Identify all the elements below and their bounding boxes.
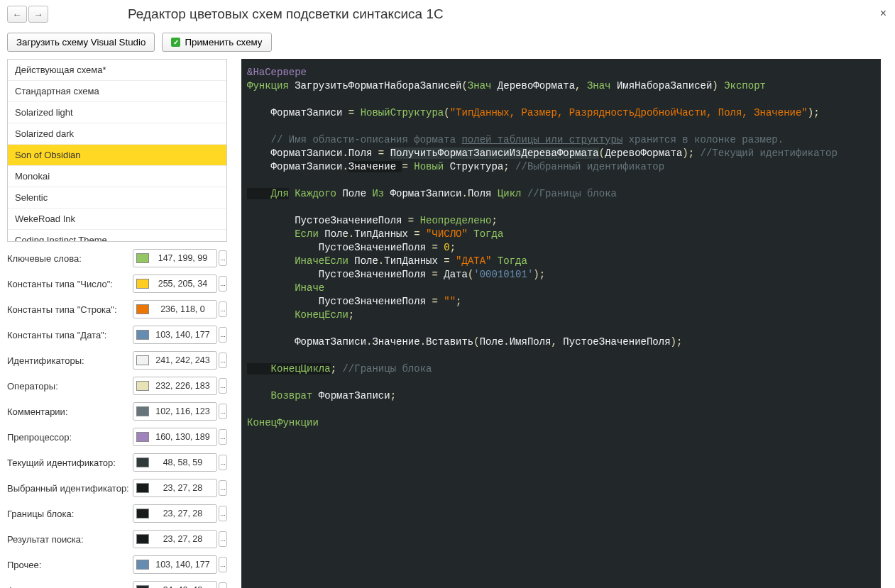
scheme-item[interactable]: Coding Instinct Theme <box>8 230 226 242</box>
color-value: 34, 40, 42 <box>149 585 216 588</box>
color-swatch <box>136 253 149 263</box>
color-value: 241, 242, 243 <box>149 355 216 365</box>
scheme-item[interactable]: Действующая схема* <box>8 60 226 81</box>
scheme-item[interactable]: Monokai <box>8 166 226 187</box>
check-icon: ✓ <box>171 38 180 47</box>
scheme-item[interactable]: Son of Obsidian <box>8 145 226 166</box>
property-label: Константы типа "Строка": <box>7 304 133 315</box>
color-property-row: Константы типа "Число":255, 205, 34... <box>7 274 227 293</box>
color-field[interactable]: 23, 27, 28 <box>133 479 217 497</box>
color-picker-button[interactable]: ... <box>219 327 227 343</box>
color-swatch <box>136 457 149 467</box>
color-field[interactable]: 34, 40, 42 <box>133 581 217 588</box>
color-property-row: Ключевые слова:147, 199, 99... <box>7 249 227 267</box>
color-picker-button[interactable]: ... <box>219 404 227 419</box>
property-label: Выбранный идентификатор: <box>7 483 133 494</box>
color-property-row: Прочее:103, 140, 177... <box>7 555 227 574</box>
toolbar: Загрузить схему Visual Studio ✓ Применит… <box>0 28 895 59</box>
color-value: 48, 58, 59 <box>149 457 216 467</box>
color-property-row: Фон:34, 40, 42... <box>7 581 227 588</box>
scheme-item[interactable]: Solarized light <box>8 102 226 123</box>
color-picker-button[interactable]: ... <box>219 353 227 368</box>
color-field[interactable]: 236, 118, 0 <box>133 300 217 318</box>
color-picker-button[interactable]: ... <box>219 250 227 266</box>
color-property-row: Препроцессор:160, 130, 189... <box>7 428 227 446</box>
color-value: 103, 140, 177 <box>149 330 216 340</box>
forward-button[interactable]: → <box>28 6 48 23</box>
color-value: 160, 130, 189 <box>149 432 216 442</box>
color-picker-button[interactable]: ... <box>219 455 227 470</box>
property-label: Константы типа "Число": <box>7 279 133 289</box>
property-label: Препроцессор: <box>7 432 133 443</box>
color-property-row: Идентификаторы:241, 242, 243... <box>7 351 227 370</box>
color-field[interactable]: 48, 58, 59 <box>133 453 217 472</box>
color-value: 232, 226, 183 <box>149 381 216 391</box>
scheme-item[interactable]: Стандартная схема <box>8 81 226 102</box>
color-value: 103, 140, 177 <box>149 560 216 570</box>
back-button[interactable]: ← <box>7 6 27 23</box>
color-property-row: Границы блока:23, 27, 28... <box>7 504 227 523</box>
editor-scrollbar[interactable] <box>881 59 888 588</box>
color-field[interactable]: 102, 116, 123 <box>133 402 217 421</box>
color-picker-button[interactable]: ... <box>219 378 227 394</box>
property-label: Текущий идентификатор: <box>7 457 133 468</box>
color-swatch <box>136 509 149 518</box>
color-field[interactable]: 241, 242, 243 <box>133 351 217 370</box>
header: ← → Редактор цветовых схем подсветки син… <box>0 0 895 28</box>
color-picker-button[interactable]: ... <box>219 557 227 572</box>
color-picker-button[interactable]: ... <box>219 531 227 547</box>
color-swatch <box>136 534 149 544</box>
color-picker-button[interactable]: ... <box>219 276 227 292</box>
color-value: 23, 27, 28 <box>149 534 216 544</box>
scheme-item[interactable]: Solarized dark <box>8 123 226 145</box>
property-label: Прочее: <box>7 560 133 570</box>
color-swatch <box>136 355 149 365</box>
color-swatch <box>136 432 149 442</box>
scheme-item[interactable]: WekeRoad Ink <box>8 209 226 230</box>
color-field[interactable]: 255, 205, 34 <box>133 274 217 293</box>
color-field[interactable]: 232, 226, 183 <box>133 377 217 395</box>
color-picker-button[interactable]: ... <box>219 582 227 588</box>
code-preview: &НаСервере Функция ЗагрузитьФорматНабора… <box>241 59 881 588</box>
color-property-row: Выбранный идентификатор:23, 27, 28... <box>7 479 227 497</box>
scheme-item[interactable]: Selentic <box>8 187 226 209</box>
apply-scheme-button[interactable]: ✓ Применить схему <box>162 33 271 52</box>
color-swatch <box>136 585 149 588</box>
color-field[interactable]: 103, 140, 177 <box>133 326 217 344</box>
color-picker-button[interactable]: ... <box>219 480 227 496</box>
color-field[interactable]: 23, 27, 28 <box>133 504 217 523</box>
scheme-list[interactable]: Действующая схема*Стандартная схемаSolar… <box>7 59 227 242</box>
property-label: Фон: <box>7 585 133 589</box>
color-picker-button[interactable]: ... <box>219 301 227 317</box>
color-swatch <box>136 381 149 391</box>
color-field[interactable]: 160, 130, 189 <box>133 428 217 446</box>
color-field[interactable]: 147, 199, 99 <box>133 249 217 267</box>
color-swatch <box>136 406 149 416</box>
color-swatch <box>136 279 149 289</box>
color-value: 23, 27, 28 <box>149 483 216 493</box>
color-swatch <box>136 304 149 314</box>
property-label: Границы блока: <box>7 509 133 519</box>
property-label: Ключевые слова: <box>7 253 133 264</box>
color-picker-button[interactable]: ... <box>219 429 227 445</box>
color-property-row: Константы типа "Строка":236, 118, 0... <box>7 300 227 318</box>
color-picker-button[interactable]: ... <box>219 506 227 521</box>
color-field[interactable]: 103, 140, 177 <box>133 555 217 574</box>
color-swatch <box>136 483 149 493</box>
color-value: 255, 205, 34 <box>149 279 216 289</box>
property-label: Комментарии: <box>7 406 133 417</box>
property-label: Операторы: <box>7 381 133 392</box>
color-field[interactable]: 23, 27, 28 <box>133 530 217 548</box>
color-property-row: Комментарии:102, 116, 123... <box>7 402 227 421</box>
load-scheme-button[interactable]: Загрузить схему Visual Studio <box>7 33 155 52</box>
color-properties: Ключевые слова:147, 199, 99...Константы … <box>7 249 227 588</box>
color-value: 236, 118, 0 <box>149 304 216 314</box>
color-property-row: Текущий идентификатор:48, 58, 59... <box>7 453 227 472</box>
color-value: 23, 27, 28 <box>149 509 216 518</box>
property-label: Идентификаторы: <box>7 355 133 366</box>
close-icon[interactable]: × <box>880 7 886 20</box>
color-property-row: Операторы:232, 226, 183... <box>7 377 227 395</box>
editor-preview: &НаСервере Функция ЗагрузитьФорматНабора… <box>241 59 888 588</box>
property-label: Результат поиска: <box>7 534 133 545</box>
color-property-row: Результат поиска:23, 27, 28... <box>7 530 227 548</box>
